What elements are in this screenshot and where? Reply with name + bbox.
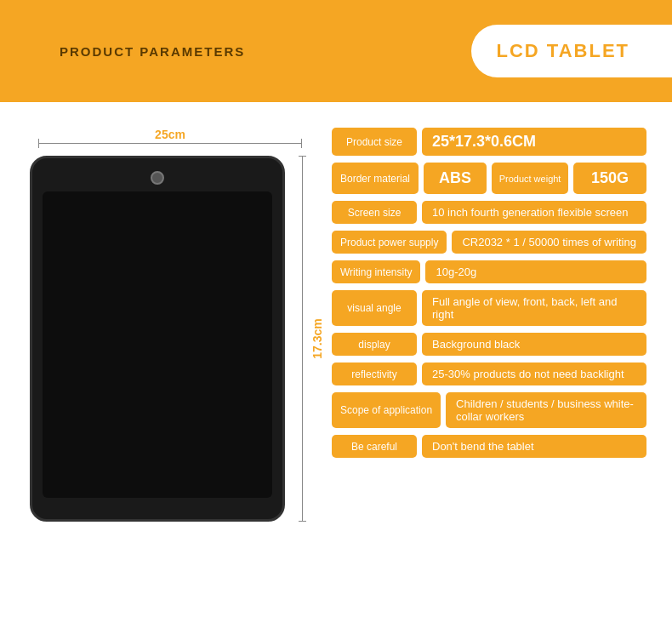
tablet-button (151, 171, 164, 185)
spec-row-reflect: reflectivity 25-30% products do not need… (332, 363, 646, 385)
spec-value-angle: Full angle of view, front, back, left an… (422, 290, 646, 326)
spec-row-scope: Scope of application Children / students… (332, 392, 646, 428)
height-label: 17.3cm (310, 318, 324, 358)
spec-value-careful: Don't bend the tablet (422, 435, 646, 458)
header: PRODUCT PARAMETERS LCD TABLET (0, 0, 672, 102)
spec-row-careful: Be careful Don't bend the tablet (332, 435, 646, 458)
spec-row-border-weight: Border material ABS Product weight 150G (332, 163, 646, 194)
spec-row-power: Product power supply CR2032 * 1 / 50000 … (332, 231, 646, 254)
spec-label-size: Product size (332, 128, 417, 156)
spec-label-screen: Screen size (332, 201, 417, 224)
spec-label-careful: Be careful (332, 435, 417, 458)
spec-value-writing: 10g-20g (425, 260, 646, 283)
header-badge: LCD TABLET (471, 25, 672, 77)
specs-panel: Product size 25*17.3*0.6CM Border materi… (332, 128, 646, 611)
spec-label-border: Border material (332, 163, 419, 194)
header-title: PRODUCT PARAMETERS (60, 44, 245, 59)
spec-row-display: display Background black (332, 333, 646, 356)
spec-row-size: Product size 25*17.3*0.6CM (332, 128, 646, 156)
spec-label-power: Product power supply (332, 231, 447, 254)
height-line (302, 156, 303, 522)
spec-value-power: CR2032 * 1 / 50000 times of writing (452, 231, 646, 254)
spec-label-weight: Product weight (492, 163, 568, 194)
spec-label-display: display (332, 333, 417, 356)
spec-value-abs: ABS (424, 163, 487, 194)
dimension-top: 25cm (38, 128, 302, 144)
spec-row-screen: Screen size 10 inch fourth generation fl… (332, 201, 646, 224)
width-label: 25cm (155, 128, 185, 141)
spec-label-angle: visual angle (332, 290, 417, 326)
height-dimension: 17.3cm (293, 156, 311, 522)
spec-row-angle: visual angle Full angle of view, front, … (332, 290, 646, 326)
left-panel: 25cm 17.3cm (26, 128, 315, 611)
spec-value-screen: 10 inch fourth generation flexible scree… (422, 201, 646, 224)
header-badge-text: LCD TABLET (497, 40, 629, 61)
spec-row-writing: Writing intensity 10g-20g (332, 260, 646, 283)
spec-value-weight: 150G (573, 163, 646, 194)
spec-value-size: 25*17.3*0.6CM (422, 128, 646, 156)
product-image-section: 17.3cm (30, 156, 311, 522)
main-content: 25cm 17.3cm (0, 102, 672, 628)
width-line (38, 143, 302, 144)
spec-value-scope: Children / students / business white-col… (446, 392, 646, 428)
spec-value-display: Background black (422, 333, 646, 356)
spec-value-reflect: 25-30% products do not need backlight (422, 363, 646, 385)
spec-label-writing: Writing intensity (332, 260, 420, 283)
tablet-screen (43, 191, 272, 498)
tablet-image (30, 156, 285, 522)
spec-label-reflect: reflectivity (332, 363, 417, 385)
spec-label-scope: Scope of application (332, 392, 441, 428)
